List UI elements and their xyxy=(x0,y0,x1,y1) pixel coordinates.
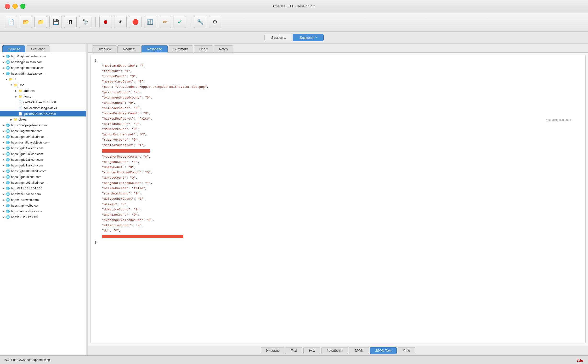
bottom-tab-headers[interactable]: Headers xyxy=(261,347,284,354)
expand-icon-12[interactable]: ▶ xyxy=(10,118,13,121)
open-button[interactable]: 📂 xyxy=(20,16,32,28)
expand-icon-9[interactable] xyxy=(14,100,18,104)
record-red-button[interactable]: 🔴 xyxy=(129,16,141,28)
tab-summary[interactable]: Summary xyxy=(168,46,194,52)
tree-item-17[interactable]: ▶ 🌐 https://gdd4.alicdn.com xyxy=(0,145,86,151)
tree-item-9[interactable]: 📄 getNoSidUser?t=14508 xyxy=(0,99,86,105)
expand-icon-5[interactable]: ▼ xyxy=(5,78,8,81)
tab-sequence[interactable]: Sequence xyxy=(26,46,50,52)
expand-icon-19[interactable]: ▶ xyxy=(2,158,5,161)
bottom-tab-raw[interactable]: Raw xyxy=(398,347,415,354)
expand-icon-24[interactable]: ▶ xyxy=(2,187,5,190)
expand-icon-6[interactable]: ▼ xyxy=(10,83,13,87)
tab-overview[interactable]: Overview xyxy=(92,46,117,52)
tree-item-20[interactable]: ▶ 🌐 https://gdd1.alicdn.com xyxy=(0,162,86,168)
expand-icon-17[interactable]: ▶ xyxy=(2,146,5,150)
search-button[interactable]: 🔭 xyxy=(79,16,92,28)
tree-item-22[interactable]: ▶ 🌐 https://gdd.alicdn.com xyxy=(0,174,86,180)
tools-button[interactable]: 🔧 xyxy=(194,16,206,28)
tree-label-17: https://gdd4.alicdn.com xyxy=(11,146,43,150)
bottom-tab-javascript[interactable]: JavaScript xyxy=(321,347,348,354)
tree-item-6[interactable]: ▼ 📁 json xyxy=(0,82,86,88)
tab-chart[interactable]: Chart xyxy=(194,46,213,52)
tab-structure[interactable]: Structure xyxy=(2,46,25,52)
expand-icon-15[interactable]: ▶ xyxy=(2,135,5,138)
expand-icon-11[interactable] xyxy=(14,112,18,115)
throttle-button[interactable]: ✴ xyxy=(114,16,127,28)
expand-icon-13[interactable]: ▶ xyxy=(2,124,5,127)
expand-icon-8[interactable]: ▶ xyxy=(14,95,18,98)
expand-icon-1[interactable]: ▶ xyxy=(2,55,5,58)
trash-button[interactable]: 🗑 xyxy=(64,16,77,28)
tab-request[interactable]: Request xyxy=(117,46,141,52)
main-content: Structure Sequence ▶ 🌐 http://login.m.ta… xyxy=(0,44,588,355)
tree-item-29[interactable]: ▶ 🌐 http://60.28.123.131 xyxy=(0,214,86,220)
maximize-button[interactable] xyxy=(20,4,25,9)
expand-icon-7[interactable]: ▶ xyxy=(14,89,18,92)
tree-item-1[interactable]: ▶ 🌐 http://login.m.taobao.com xyxy=(0,53,86,59)
tree-item-16[interactable]: ▶ 🌐 https://os.alipayobjects.com xyxy=(0,139,86,145)
expand-icon-4[interactable]: ▼ xyxy=(2,72,5,75)
expand-icon-10[interactable] xyxy=(14,106,18,110)
tree-item-7[interactable]: ▶ 📁 address xyxy=(0,88,86,93)
tab-response[interactable]: Response xyxy=(141,46,167,52)
tree-item-12[interactable]: ▶ 📁 views xyxy=(0,117,86,122)
bottom-tab-hex[interactable]: Hex xyxy=(303,347,320,354)
json-line-11: "hasNewRedPacket": "false", xyxy=(94,116,581,122)
expand-icon-23[interactable]: ▶ xyxy=(2,181,5,184)
tree-item-24[interactable]: ▶ 🌐 http://211.151.164.165 xyxy=(0,185,86,191)
tree-item-19[interactable]: ▶ 🌐 https://gdd2.alicdn.com xyxy=(0,157,86,162)
tree-item-8[interactable]: ▶ 📁 home xyxy=(0,93,86,99)
expand-icon-27[interactable]: ▶ xyxy=(2,204,5,207)
pencil-button[interactable]: ✏ xyxy=(159,16,171,28)
tree-item-2[interactable]: ▶ 🌐 http://login.m.etao.com xyxy=(0,59,86,65)
json-line-3: "couponCount": "0", xyxy=(94,74,581,79)
tree-item-10[interactable]: 📄 poiLocation?longitude=1 xyxy=(0,105,86,111)
close-button[interactable] xyxy=(5,4,10,9)
new-session-button[interactable]: 📄 xyxy=(5,16,17,28)
session-tab-1[interactable]: Session 1 xyxy=(264,34,293,41)
session-tab-4[interactable]: Session 4 * xyxy=(293,34,324,41)
tree-item-4[interactable]: ▼ 🌐 https://dd.m.taobao.com xyxy=(0,71,86,76)
expand-icon-14[interactable]: ▶ xyxy=(2,129,5,132)
tab-notes[interactable]: Notes xyxy=(214,46,234,52)
expand-icon-28[interactable]: ▶ xyxy=(2,209,5,213)
json-line-30: "attentionCount": "0", xyxy=(94,223,581,228)
expand-icon-3[interactable]: ▶ xyxy=(2,66,5,69)
tree-item-25[interactable]: ▶ 🌐 http://api.udache.com xyxy=(0,191,86,197)
minimize-button[interactable] xyxy=(13,4,18,9)
import-button[interactable]: 📁 xyxy=(34,16,47,28)
file-icon-10: 📄 xyxy=(18,106,22,110)
resize-handle[interactable] xyxy=(86,44,88,355)
bottom-tab-json[interactable]: JSON xyxy=(349,347,369,354)
tree-item-21[interactable]: ▶ 🌐 https://gtms03.alicdn.com xyxy=(0,168,86,174)
bottom-tab-json-text[interactable]: JSON Text xyxy=(370,347,397,354)
tree-item-28[interactable]: ▶ 🌐 https://e.crashlytics.com xyxy=(0,208,86,214)
tree-item-18[interactable]: ▶ 🌐 https://gdd3.alicdn.com xyxy=(0,151,86,157)
checkmark-button[interactable]: ✔ xyxy=(174,16,186,28)
tree-item-15[interactable]: ▶ 🌐 https://gtms04.alicdn.com xyxy=(0,134,86,139)
expand-icon-26[interactable]: ▶ xyxy=(2,198,5,201)
expand-icon-20[interactable]: ▶ xyxy=(2,164,5,167)
tree-item-11[interactable]: 📄 getNoSidUser?t=14508 xyxy=(0,111,86,117)
expand-icon-22[interactable]: ▶ xyxy=(2,175,5,178)
settings-button[interactable]: ⚙ xyxy=(209,16,221,28)
tree-item-23[interactable]: ▶ 🌐 https://gtms01.alicdn.com xyxy=(0,180,86,185)
tree-item-26[interactable]: ▶ 🌐 http://uc.ucweb.com xyxy=(0,197,86,202)
expand-icon-25[interactable]: ▶ xyxy=(2,192,5,196)
bottom-tab-text[interactable]: Text xyxy=(285,347,302,354)
tree-item-27[interactable]: ▶ 🌐 https://api.weibo.com xyxy=(0,202,86,208)
tree-item-14[interactable]: ▶ 🌐 https://log.mmstat.com xyxy=(0,128,86,134)
record-stop-button[interactable]: ⏺ xyxy=(99,16,112,28)
expand-icon-18[interactable]: ▶ xyxy=(2,152,5,156)
window-controls[interactable] xyxy=(5,4,25,9)
tree-item-13[interactable]: ▶ 🌐 https://t.alipayobjects.com xyxy=(0,122,86,128)
expand-icon-29[interactable]: ▶ xyxy=(2,215,5,219)
tree-item-5[interactable]: ▼ 📁 dd xyxy=(0,76,86,82)
compose-button[interactable]: 🔃 xyxy=(144,16,156,28)
expand-icon-16[interactable]: ▶ xyxy=(2,141,5,144)
tree-item-3[interactable]: ▶ 🌐 http://login.m.tmall.com xyxy=(0,65,86,71)
save-button[interactable]: 💾 xyxy=(49,16,62,28)
expand-icon-21[interactable]: ▶ xyxy=(2,169,5,173)
expand-icon-2[interactable]: ▶ xyxy=(2,60,5,64)
